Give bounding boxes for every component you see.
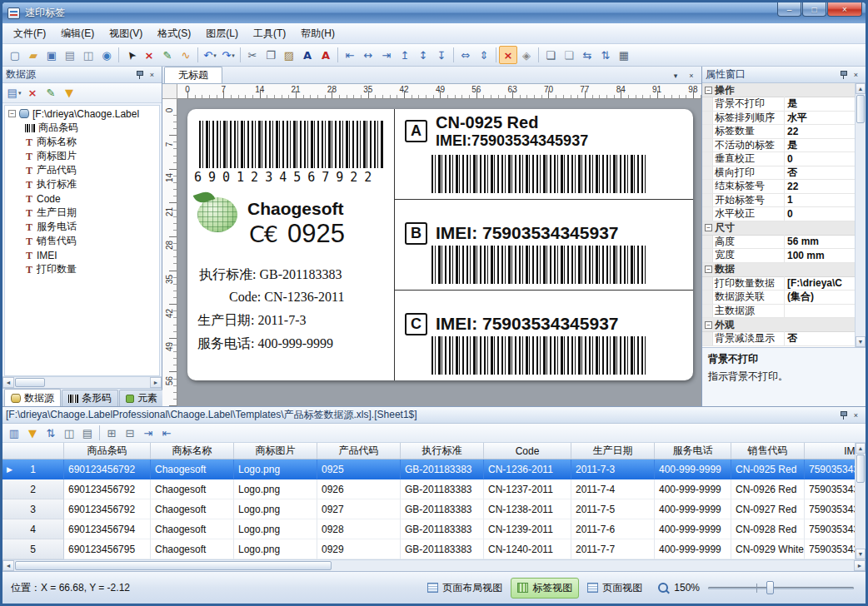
column-header-0[interactable]: 商品条码 [64,443,151,459]
table-cell[interactable]: 400-999-9999 [655,539,731,559]
redo-icon[interactable]: ↷▾ [219,46,237,64]
vertical-spacing-icon[interactable]: ⇅ [596,46,615,64]
table-cell[interactable]: 690123456792 [64,499,151,519]
tree-item-3[interactable]: T产品代码 [5,163,159,177]
tree-item-5[interactable]: TCode [5,191,159,206]
lock-object-icon[interactable]: ◈ [517,46,536,64]
tree-item-4[interactable]: T执行标准 [5,177,159,191]
label-text-standard[interactable]: 执行标准: GB-201183383 [199,266,342,284]
menu-item-0[interactable]: 文件(F) [6,23,53,44]
table-cell[interactable]: Logo.png [234,459,317,479]
table-cell[interactable]: 2011-7-6 [571,519,655,539]
property-row-15[interactable]: 数据源关联(集合) [702,291,855,305]
datasource-remove-icon[interactable]: × [23,84,42,102]
table-cell[interactable]: GB-201183383 [401,479,484,499]
export-data-icon[interactable]: ▥ [5,424,23,442]
properties-vscrollbar[interactable]: ▲ ▼ [855,83,866,347]
collapse-icon[interactable]: − [8,110,16,117]
print-preview-icon[interactable]: ◫ [79,46,97,64]
grid-hscrollbar[interactable]: ◄ ► [2,559,866,571]
undo-icon[interactable]: ↶▾ [201,46,219,64]
collapse-icon[interactable]: − [705,321,712,329]
table-cell[interactable]: 400-999-9999 [655,479,731,499]
send-to-back-icon[interactable]: ❏ [560,46,578,64]
view-button-2[interactable]: 页面视图 [581,578,649,599]
property-row-16[interactable]: 主数据源 [702,305,855,319]
table-cell[interactable]: CN-1239-2011 [484,519,571,539]
panel-tab-2[interactable]: 元素 [119,390,164,406]
table-cell[interactable]: 400-999-9999 [655,519,731,539]
column-header-5[interactable]: Code [484,443,571,459]
label-section-C[interactable]: CIMEI: 75903534345937 [395,291,693,380]
table-cell[interactable]: 2011-7-5 [571,499,655,519]
scroll-down-icon[interactable]: ▼ [856,336,866,347]
table-cell[interactable]: 2011-7-3 [571,459,655,479]
filter-funnel-icon[interactable]: ▼ [60,84,78,102]
panel-tab-1[interactable]: 条形码 [62,390,118,406]
table-cell[interactable]: 400-999-9999 [655,459,731,479]
grid-vscrollbar[interactable]: ▲ ▼ [855,443,866,559]
column-header-4[interactable]: 执行标准 [401,443,484,459]
menu-item-5[interactable]: 工具(T) [246,23,293,44]
label-section-A[interactable]: ACN-0925 RedIMEI:75903534345937 [395,109,693,200]
table-cell[interactable]: Chaogesoft [151,539,234,559]
close-panel-icon[interactable]: × [146,69,158,81]
view-button-1[interactable]: 标签视图 [511,578,579,599]
table-cell[interactable]: CN-1240-2011 [484,539,571,559]
table-cell[interactable]: Chaogesoft [151,519,234,539]
tree-item-6[interactable]: T生产日期 [5,206,159,220]
label-text-phone[interactable]: 服务电话: 400-999-9999 [197,335,333,353]
tree-item-9[interactable]: TIMEI [5,248,159,262]
table-cell[interactable]: 0926 [317,479,401,499]
table-cell[interactable]: Chaogesoft [151,479,234,499]
indent-icon[interactable]: ⇥ [139,424,157,442]
property-row-2[interactable]: 标签排列顺序水平 [702,112,855,126]
table-cell[interactable]: 75903534345937 [805,459,855,479]
table-cell[interactable]: CN-0928 Red [731,519,805,539]
table-cell[interactable]: 0925 [317,459,401,479]
table-row[interactable]: 4690123456794ChaogesoftLogo.png0928GB-20… [2,519,855,539]
design-canvas[interactable]: 0714212835424956637077849198 07142128354… [162,84,701,406]
menu-item-2[interactable]: 视图(V) [102,23,150,44]
property-row-11[interactable]: 高度56 mm [702,236,855,250]
column-header-7[interactable]: 服务电话 [655,443,731,459]
column-header-6[interactable]: 生产日期 [571,443,655,459]
table-cell[interactable]: 2011-7-4 [571,479,655,499]
table-cell[interactable]: CN-0927 Red [731,499,805,519]
same-width-icon[interactable]: ⇔ [456,46,475,64]
property-row-6[interactable]: 横向打印否 [702,166,855,181]
table-cell[interactable]: 0927 [317,499,401,519]
table-cell[interactable]: CN-0926 Red [731,479,805,499]
ce-mark-line[interactable]: C€ 0925 [249,219,345,249]
table-cell[interactable]: GB-201183383 [401,519,484,539]
property-section-0[interactable]: −操作 [702,83,855,97]
document-tab[interactable]: 无标题 [164,67,222,83]
font-color-icon[interactable]: A [317,46,335,64]
table-cell[interactable]: 690123456795 [64,539,151,559]
property-row-7[interactable]: 结束标签号22 [702,180,855,194]
property-section-13[interactable]: −数据 [702,263,855,277]
table-cell[interactable]: 400-999-9999 [655,499,731,519]
table-row[interactable]: 1▶690123456792ChaogesoftLogo.png0925GB-2… [2,459,855,479]
table-cell[interactable]: 0928 [317,519,401,539]
zoom-slider[interactable] [708,580,854,595]
table-cell[interactable]: GB-201183383 [401,459,484,479]
table-cell[interactable]: CN-1237-2011 [484,479,571,499]
draw-pencil-icon[interactable]: ✎ [158,46,177,64]
home-page-icon[interactable]: ◉ [97,46,116,64]
format-font-icon[interactable]: A [298,46,317,64]
menu-item-1[interactable]: 编辑(E) [53,23,102,44]
label-text-date[interactable]: 生产日期: 2011-7-3 [197,312,307,330]
property-row-3[interactable]: 标签数量22 [702,125,855,139]
property-row-9[interactable]: 水平校正0 [702,207,855,221]
row-height-icon[interactable]: ⇅ [42,424,60,442]
table-cell[interactable]: Logo.png [234,519,317,539]
table-cell[interactable]: 75903534345937 [805,479,855,499]
save-icon[interactable]: ▣ [42,46,61,64]
table-cell[interactable]: 0929 [317,539,401,559]
close-button[interactable]: × [827,2,862,17]
column-header-9[interactable]: IMEI [805,443,855,459]
table-cell[interactable]: CN-1238-2011 [484,499,571,519]
menu-item-6[interactable]: 帮助(H) [293,23,342,44]
tree-item-7[interactable]: T服务电话 [5,220,159,234]
